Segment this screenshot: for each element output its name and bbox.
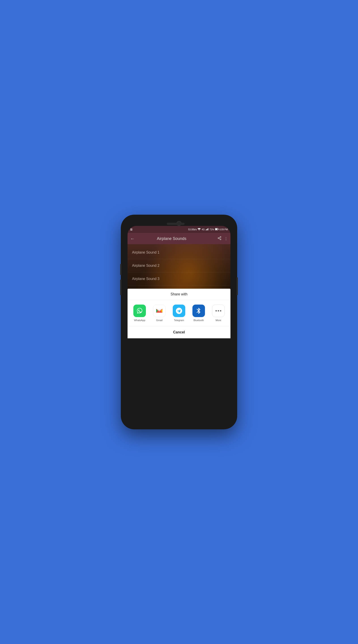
share-app-telegram[interactable]: Telegram: [171, 304, 187, 322]
more-label: More: [215, 319, 221, 322]
more-options-button[interactable]: ⋮: [224, 236, 228, 241]
side-button-power: [236, 277, 238, 295]
phone-speaker: [167, 223, 185, 225]
svg-point-15: [218, 310, 219, 312]
sound-item-label: Airplane Sound 2: [132, 264, 160, 268]
bluetooth-icon: [192, 304, 205, 317]
whatsapp-label: WhatsApp: [134, 319, 145, 322]
share-button[interactable]: [217, 236, 221, 241]
app-bar: ← Airplane Sounds ⋮: [128, 233, 230, 244]
sound-item-label: Airplane Sound 3: [132, 277, 160, 281]
whatsapp-icon: [133, 304, 146, 317]
phone-device: 🖼 53.00b/s 4G: [121, 215, 237, 429]
time: 6:09 PM: [219, 228, 228, 231]
status-bar: 🖼 53.00b/s 4G: [128, 226, 230, 233]
cancel-button[interactable]: Cancel: [128, 326, 230, 338]
side-button-vol-up: [120, 264, 122, 275]
sound-list-item-2[interactable]: Airplane Sound 2: [128, 259, 230, 272]
page-title: Airplane Sounds: [137, 236, 206, 241]
svg-point-9: [220, 236, 221, 238]
notification-icon: 🖼: [130, 228, 132, 231]
telegram-icon: [173, 304, 185, 317]
status-bar-right: 53.00b/s 4G: [188, 228, 228, 231]
svg-rect-3: [207, 229, 207, 230]
svg-line-13: [219, 237, 220, 238]
bluetooth-label: Bluetooth: [194, 319, 204, 322]
sound-list-item-1[interactable]: Airplane Sound 1: [128, 246, 230, 259]
svg-rect-5: [208, 228, 209, 230]
svg-rect-8: [218, 229, 218, 230]
status-bar-left: 🖼: [130, 228, 132, 231]
content-area: Airplane Sound 1Airplane Sound 2Airplane…: [128, 244, 230, 338]
share-modal-title: Share with: [128, 289, 230, 300]
battery-icon: [215, 228, 219, 231]
share-app-gmail[interactable]: Gmail: [151, 304, 167, 322]
svg-point-16: [220, 310, 221, 312]
side-button-vol-down: [120, 280, 122, 295]
wifi-icon: [198, 228, 201, 231]
back-button[interactable]: ←: [130, 236, 135, 241]
svg-point-11: [220, 239, 221, 240]
svg-rect-7: [215, 228, 217, 230]
sound-item-label: Airplane Sound 1: [132, 250, 160, 254]
share-modal-overlay: Share with WhatsApp: [128, 289, 230, 338]
network-speed: 53.00b/s: [188, 228, 197, 231]
gmail-icon: [153, 304, 166, 317]
share-app-whatsapp[interactable]: WhatsApp: [132, 304, 147, 322]
signal-icon: [206, 228, 209, 231]
telegram-label: Telegram: [174, 319, 184, 322]
phone-screen: 🖼 53.00b/s 4G: [128, 226, 230, 418]
svg-line-12: [219, 238, 220, 239]
svg-rect-1: [206, 230, 206, 230]
battery-percent: 71%: [210, 228, 214, 231]
svg-point-0: [199, 230, 200, 230]
data-type: 4G: [202, 228, 204, 231]
sound-list-item-3[interactable]: Airplane Sound 3: [128, 272, 230, 286]
gmail-label: Gmail: [156, 319, 163, 322]
svg-rect-4: [208, 228, 208, 230]
share-app-more[interactable]: More: [211, 304, 226, 322]
share-apps-list: WhatsApp: [128, 300, 230, 326]
svg-point-10: [218, 238, 219, 239]
more-icon: [212, 304, 225, 317]
share-app-bluetooth[interactable]: Bluetooth: [191, 304, 207, 322]
svg-point-14: [215, 310, 217, 312]
svg-rect-2: [206, 229, 207, 230]
share-modal: Share with WhatsApp: [128, 289, 230, 338]
app-bar-actions: ⋮: [217, 236, 228, 241]
